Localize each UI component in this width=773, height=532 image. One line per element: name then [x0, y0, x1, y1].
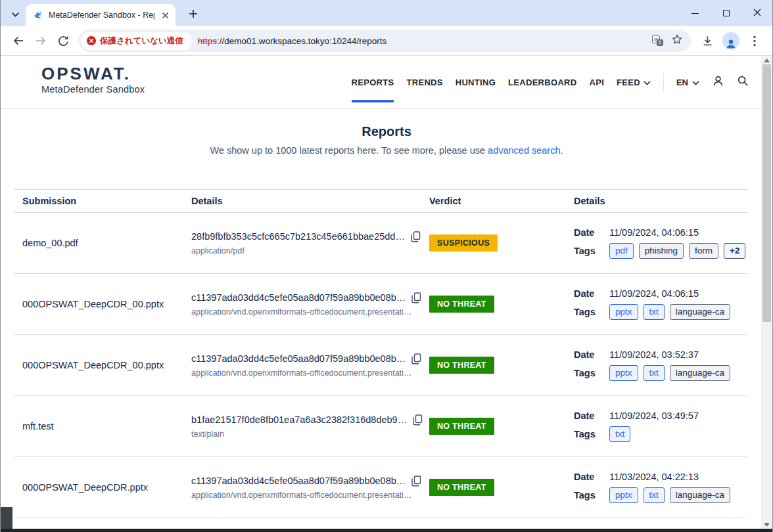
minimize-icon [691, 13, 699, 14]
nav-item-hunting[interactable]: HUNTING [456, 56, 496, 108]
nav-item-leaderboard[interactable]: LEADERBOARD [508, 56, 576, 108]
scroll-up-arrow[interactable] [761, 56, 772, 64]
account-button[interactable] [712, 75, 724, 90]
tag-chip[interactable]: pptx [609, 487, 638, 503]
tag-chip[interactable]: pdf [609, 243, 634, 259]
submission-filename[interactable]: demo_00.pdf [22, 238, 78, 248]
browser-window: MetaDefender Sandbox - Repor [0, 0, 773, 532]
tag-chip[interactable]: txt [609, 426, 630, 442]
table-row[interactable]: demo_00.pdf 28fb9fbfb353c5cfc665c7b213c4… [14, 213, 747, 274]
table-header-row: Submission Details Verdict Details [14, 189, 747, 213]
new-tab-button[interactable] [185, 6, 200, 21]
tab-search-button[interactable] [7, 5, 24, 22]
table-row[interactable]: mft.test b1fae21517f0de8fb01ea7a6a3c2382… [14, 396, 747, 457]
window-maximize-button[interactable] [711, 0, 741, 26]
scroll-down-arrow[interactable] [761, 520, 772, 529]
tab-strip: MetaDefender Sandbox - Repor [1, 0, 772, 26]
person-icon [712, 75, 724, 90]
advanced-search-link[interactable]: advanced search [488, 145, 560, 156]
file-mimetype: application/vnd.openxmlformats-officedoc… [191, 368, 416, 378]
nav-divider [663, 74, 664, 91]
nav-item-api[interactable]: API [589, 56, 604, 108]
chevron-down-icon [692, 78, 699, 87]
search-button[interactable] [737, 75, 749, 89]
scrollbar-thumb[interactable] [762, 64, 771, 322]
file-mimetype: application/vnd.openxmlformats-officedoc… [191, 491, 416, 500]
file-mimetype: text/plain [191, 430, 416, 439]
verdict-badge: NO THREAT [429, 296, 494, 313]
date-value: 11/09/2024, 03:49:57 [609, 410, 747, 421]
verdict-badge: NO THREAT [429, 418, 494, 435]
profile-avatar[interactable] [722, 32, 739, 49]
tags-label: Tags [574, 429, 605, 439]
date-label: Date [574, 410, 605, 421]
browser-tab[interactable]: MetaDefender Sandbox - Repor [26, 4, 176, 26]
file-hash[interactable]: c11397ada03dd4c5efe05aa8d07f59a89bb0e08b… [191, 353, 406, 364]
subtitle-period: . [561, 145, 563, 156]
table-row[interactable]: 000OPSWAT_DeepCDR_00.pptx c11397ada03dd4… [14, 335, 747, 396]
url-scheme: https [198, 36, 217, 46]
date-label: Date [574, 472, 605, 482]
tag-chip[interactable]: +2 [724, 243, 745, 259]
address-bar[interactable]: 保護されていない通信 https://demo01.workspaces.tok… [78, 30, 691, 52]
tag-chip[interactable]: language-ca [670, 365, 730, 381]
url-rest: ://demo01.workspaces.tokyo:10244/reports [217, 36, 386, 46]
tag-list: pptxtxtlanguage-ca [609, 365, 747, 381]
tab-title: MetaDefender Sandbox - Repor [49, 11, 154, 20]
window-minimize-button[interactable] [680, 0, 711, 26]
tag-list: pptxtxtlanguage-ca [609, 487, 747, 503]
tag-chip[interactable]: phishing [639, 243, 684, 259]
file-hash[interactable]: c11397ada03dd4c5efe05aa8d07f59a89bb0e08b… [191, 476, 406, 486]
tag-chip[interactable]: pptx [609, 304, 638, 320]
not-secure-badge[interactable]: 保護されていない通信 [81, 32, 192, 50]
submission-filename[interactable]: 000OPSWAT_DeepCDR_00.pptx [22, 299, 164, 309]
reports-table: Submission Details Verdict Details demo_… [14, 189, 747, 518]
language-switcher[interactable]: EN [676, 78, 699, 87]
verdict-badge: SUSPICIOUS [429, 234, 498, 252]
tag-chip[interactable]: language-ca [670, 304, 730, 320]
scrollbar [761, 56, 772, 532]
submission-filename[interactable]: mft.test [22, 421, 54, 432]
file-hash[interactable]: c11397ada03dd4c5efe05aa8d07f59a89bb0e08b… [191, 292, 406, 303]
file-hash[interactable]: 28fb9fbfb353c5cfc665c7b213c45e661bbae25d… [191, 231, 405, 242]
table-row[interactable]: 000OPSWAT_DeepCDR_00.pptx c11397ada03dd4… [14, 274, 747, 335]
tag-chip[interactable]: txt [644, 487, 665, 503]
date-label: Date [574, 349, 605, 360]
nav-item-trends[interactable]: TRENDS [406, 56, 442, 108]
active-tab-underline [352, 100, 394, 103]
tag-chip[interactable]: form [689, 243, 718, 259]
file-mimetype: application/pdf [191, 246, 416, 255]
table-row[interactable]: 000OPSWAT_DeepCDR.pptx c11397ada03dd4c5e… [14, 457, 747, 518]
verdict-badge: NO THREAT [429, 479, 494, 496]
tag-list: pptxtxtlanguage-ca [609, 304, 747, 320]
menu-kebab-icon[interactable] [743, 30, 766, 52]
nav-item-reports[interactable]: REPORTS [352, 56, 394, 108]
window-close-button[interactable] [741, 0, 772, 26]
error-icon [87, 36, 96, 45]
reload-button[interactable] [52, 30, 74, 52]
date-value: 11/03/2024, 04:22:13 [609, 472, 747, 482]
date-label: Date [574, 288, 605, 299]
url-text[interactable]: https://demo01.workspaces.tokyo:10244/re… [198, 36, 646, 46]
search-icon [737, 75, 749, 89]
tag-chip[interactable]: txt [644, 365, 665, 381]
tag-chip[interactable]: txt [644, 304, 665, 320]
back-button[interactable] [7, 30, 30, 52]
subtitle-text: We show up to 1000 latest reports here. … [210, 145, 488, 156]
tab-close-icon[interactable] [160, 10, 171, 21]
translate-icon[interactable]: G文 [652, 35, 663, 46]
file-hash[interactable]: b1fae21517f0de8fb01ea7a6a3c2382f316d8deb… [191, 414, 407, 425]
tag-chip[interactable]: pptx [609, 365, 638, 381]
forward-button[interactable] [30, 30, 52, 52]
submission-filename[interactable]: 000OPSWAT_DeepCDR_00.pptx [22, 360, 164, 370]
bookmark-star-icon[interactable] [671, 33, 683, 48]
column-header-details-2: Details [561, 196, 747, 206]
brand-logo[interactable]: OPSWAT. MetaDefender Sandbox [41, 64, 145, 95]
product-name: MetaDefender Sandbox [41, 84, 145, 95]
tags-label: Tags [574, 307, 605, 317]
submission-filename[interactable]: 000OPSWAT_DeepCDR.pptx [22, 482, 148, 493]
tags-label: Tags [574, 246, 605, 256]
tag-chip[interactable]: language-ca [670, 487, 730, 503]
downloads-button[interactable] [696, 30, 718, 52]
nav-item-feed[interactable]: FEED [617, 56, 651, 108]
